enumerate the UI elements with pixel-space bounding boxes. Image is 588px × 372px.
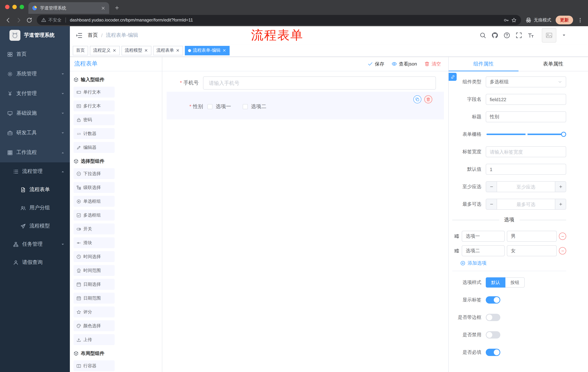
component-type-select[interactable]: 多选框组 [486, 76, 566, 87]
sidebar-item[interactable]: 任务管理 [0, 235, 70, 253]
sidebar-item[interactable]: 系统管理 [0, 64, 70, 84]
tab-form-props[interactable]: 表单属性 [518, 57, 588, 71]
gender-option-1[interactable]: 选项一 [207, 103, 231, 110]
palette-item[interactable]: 编辑器 [74, 142, 115, 153]
back-button[interactable] [5, 17, 11, 23]
sidebar-item[interactable]: 工作流程 [0, 143, 70, 162]
checkbox[interactable] [243, 104, 248, 109]
palette-item[interactable]: 评分 [74, 307, 115, 317]
palette-item[interactable]: 级联选择 [74, 182, 115, 193]
tag-close-icon[interactable] [144, 48, 148, 53]
save-button[interactable]: 保存 [368, 61, 384, 67]
browser-menu-icon[interactable] [578, 17, 583, 23]
tab-close-icon[interactable] [101, 6, 105, 10]
palette-item[interactable]: 行容器 [74, 360, 115, 371]
drag-handle-icon[interactable] [454, 248, 460, 254]
tab-component-props[interactable]: 组件属性 [449, 57, 518, 71]
palette-item[interactable]: 开关 [74, 223, 115, 234]
palette-item[interactable]: 单行文本 [74, 87, 115, 97]
max-select-input[interactable] [497, 199, 555, 209]
palette-item[interactable]: 密码 [74, 114, 115, 125]
option-value-input[interactable] [507, 231, 557, 242]
switch-toggle[interactable] [486, 314, 500, 321]
slider-track[interactable] [486, 134, 563, 135]
sidebar-item[interactable]: 基础设施 [0, 103, 70, 123]
password-key-icon[interactable] [504, 17, 509, 23]
gender-option-2[interactable]: 选项二 [243, 103, 266, 110]
decrease-button[interactable] [486, 199, 497, 209]
switch-toggle[interactable] [486, 349, 500, 356]
form-grid-slider[interactable] [486, 129, 566, 140]
palette-item[interactable]: 上传 [74, 334, 115, 345]
tag-close-icon[interactable] [176, 48, 180, 53]
checkbox[interactable] [207, 104, 212, 109]
tag[interactable]: 流程表单 [153, 46, 183, 55]
breadcrumb-home[interactable]: 首页 [88, 32, 98, 39]
help-icon[interactable] [504, 32, 510, 39]
increase-button[interactable] [555, 199, 566, 209]
minimize-window-button[interactable] [12, 5, 17, 9]
palette-item[interactable]: 日期范围 [74, 293, 115, 304]
field-name-input[interactable] [486, 94, 566, 105]
phone-field-row[interactable]: 手机号 [167, 76, 444, 90]
reload-button[interactable] [26, 17, 32, 23]
option-label-input[interactable] [462, 231, 505, 242]
option-style-default[interactable]: 默认 [486, 277, 505, 287]
tag[interactable]: 流程表单-编辑 [185, 46, 230, 55]
palette-item[interactable]: 滑块 [74, 237, 115, 248]
palette-item[interactable]: 下拉选择 [74, 168, 115, 179]
palette-item[interactable]: 多选框组 [74, 210, 115, 221]
drag-handle-icon[interactable] [454, 233, 460, 239]
user-avatar[interactable] [542, 28, 556, 43]
remove-option-button[interactable] [559, 247, 566, 255]
palette-item[interactable]: 日期选择 [74, 279, 115, 290]
increase-button[interactable] [555, 182, 566, 192]
clear-button[interactable]: 清空 [424, 61, 441, 67]
palette-item[interactable]: 单选框组 [74, 196, 115, 207]
tag[interactable]: 流程定义 [90, 46, 120, 55]
label-width-input[interactable] [486, 146, 566, 157]
switch-toggle[interactable] [486, 296, 500, 304]
update-button[interactable]: 更新 [556, 16, 573, 24]
sidebar-item[interactable]: 流程模型 [0, 217, 70, 235]
decrease-button[interactable] [486, 182, 497, 192]
search-icon[interactable] [480, 32, 486, 39]
forward-button[interactable] [16, 17, 22, 23]
bookmark-star-icon[interactable] [511, 17, 517, 23]
sidebar-item[interactable]: 流程管理 [0, 162, 70, 181]
sidebar-item[interactable]: 支付管理 [0, 84, 70, 103]
palette-item[interactable]: 颜色选择 [74, 320, 115, 331]
copy-component-button[interactable] [413, 95, 421, 103]
option-style-button[interactable]: 按钮 [505, 277, 525, 287]
fullscreen-icon[interactable] [515, 32, 522, 39]
sidebar-item[interactable]: 请假查询 [0, 253, 70, 272]
sidebar-item[interactable]: 研发工具 [0, 123, 70, 143]
browser-tab[interactable]: 芋道管理系统 [28, 2, 109, 14]
option-label-input[interactable] [462, 245, 505, 256]
sidebar-item[interactable]: 用户分组 [0, 199, 70, 217]
tag[interactable]: 首页 [73, 46, 88, 55]
switch-toggle[interactable] [486, 331, 500, 339]
palette-item[interactable]: 多行文本 [74, 100, 115, 111]
palette-item[interactable]: 时间选择 [74, 251, 115, 262]
option-value-input[interactable] [507, 245, 557, 256]
slider-handle[interactable] [561, 132, 566, 137]
palette-item[interactable]: 时间范围 [74, 265, 115, 276]
default-value-input[interactable] [486, 164, 566, 175]
min-select-input[interactable] [497, 182, 555, 192]
delete-component-button[interactable] [424, 95, 432, 103]
tag[interactable]: 流程模型 [122, 46, 151, 55]
gender-field-row[interactable]: 性别 选项一 选项二 [167, 92, 444, 119]
title-input[interactable] [486, 111, 566, 122]
tag-close-icon[interactable] [112, 48, 116, 53]
github-icon[interactable] [492, 32, 498, 39]
new-tab-button[interactable] [114, 5, 120, 11]
avatar-caret-icon[interactable] [562, 33, 566, 37]
tag-close-icon[interactable] [222, 48, 226, 53]
remove-option-button[interactable] [559, 233, 566, 240]
sidebar-item[interactable]: 流程表单 [0, 181, 70, 199]
sidebar-item[interactable]: 首页 [0, 44, 70, 64]
zoom-window-button[interactable] [20, 5, 24, 9]
address-bar[interactable]: 不安全 dashboard.yudao.iocoder.cn/bpm/manag… [37, 15, 521, 25]
view-json-button[interactable]: 查看json [391, 61, 417, 67]
